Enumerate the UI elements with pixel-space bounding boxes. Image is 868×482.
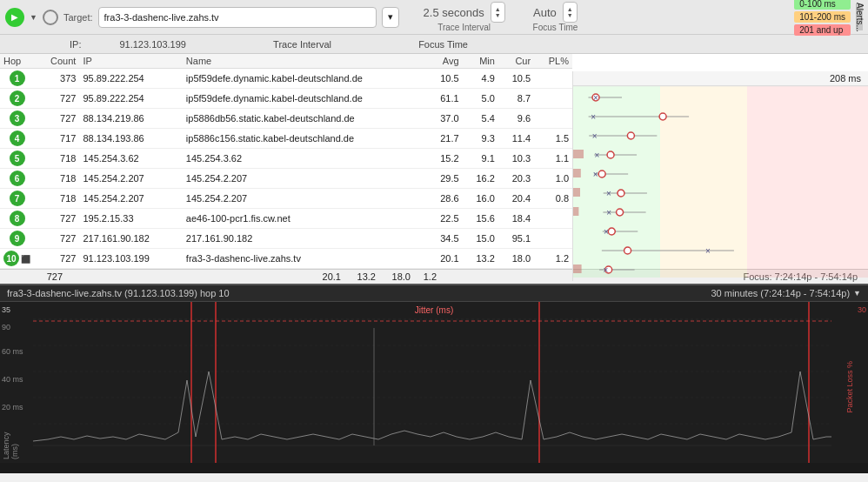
hop-badge: 7 [10, 191, 25, 206]
cell-cur: 20.4 [498, 189, 534, 209]
cell-hop: 10⬛ [0, 249, 34, 269]
y-label-35: 35 [2, 305, 31, 314]
col-pl: PL% [534, 54, 572, 69]
svg-text:×: × [604, 227, 609, 237]
play-dropdown-chevron[interactable]: ▼ [30, 13, 37, 22]
cell-count: 717 [34, 129, 79, 149]
cell-count: 718 [34, 189, 79, 209]
col-count: Count [34, 54, 79, 69]
cell-ip: 95.89.222.254 [79, 89, 182, 109]
y-label-90: 90 [2, 323, 31, 331]
target-value: fra3-3-dashenc-live.zahs.tv [104, 12, 219, 23]
timerange-box[interactable]: 30 minutes (7:24:14p - 7:54:14p) ▼ [711, 288, 861, 298]
hop-badge: 1 [10, 70, 25, 86]
cell-hop: 4 [0, 129, 34, 149]
table-row: 3 727 88.134.219.86 ip5886db56.static.ka… [0, 109, 572, 129]
cell-name: ip5886c156.static.kabel-deutschland.de [183, 129, 427, 149]
trace-interval-value: 2.5 seconds [424, 6, 484, 19]
cell-pl [534, 89, 572, 109]
cell-count: 373 [34, 69, 79, 89]
timerange-value: 30 minutes (7:24:14p - 7:54:14p) [711, 288, 850, 298]
ip-value: 91.123.103.199 [119, 39, 185, 50]
table-row: 6 718 145.254.2.207 145.254.2.207 29.5 1… [0, 169, 572, 189]
bottom-chart-area: Jitter (ms) 35 90 60 ms 40 ms 20 ms Late… [0, 302, 868, 463]
col-name: Name [183, 54, 427, 69]
cell-name: ip5f59defe.dynamic.kabel-deutschland.de [183, 89, 427, 109]
play-button[interactable] [5, 8, 24, 27]
target-input-box[interactable]: fra3-3-dashenc-live.zahs.tv [98, 7, 377, 28]
focus-time-header: Focus Time [418, 39, 468, 50]
svg-point-26 [617, 209, 624, 216]
table-wrapper: Hop Count IP Name Avg Min Cur PL% 1 373 … [0, 54, 572, 269]
cell-hop: 2 [0, 89, 34, 109]
cell-ip: 217.161.90.182 [79, 229, 182, 249]
cell-cur: 9.6 [498, 109, 534, 129]
cell-ip: 145.254.3.62 [79, 149, 182, 169]
cell-avg: 61.1 [426, 89, 462, 109]
hop-badge: 3 [10, 110, 25, 126]
cell-count: 727 [34, 249, 79, 269]
toolbar: ▼ Target: fra3-3-dashenc-live.zahs.tv ▾ … [0, 0, 868, 35]
cell-cur: 11.4 [498, 129, 534, 149]
table-row: 1 373 95.89.222.254 ip5f59defe.dynamic.k… [0, 69, 572, 89]
cell-min: 16.2 [463, 169, 498, 189]
bottom-chart-svg [0, 302, 868, 463]
cell-name: 217.161.90.182 [183, 229, 427, 249]
cell-pl: 1.1 [534, 149, 572, 169]
cell-cur: 18.0 [498, 249, 534, 269]
timerange-dropdown-icon: ▼ [853, 289, 861, 298]
svg-rect-28 [573, 207, 578, 216]
cell-count: 727 [34, 89, 79, 109]
legend: 0-100 ms 101-200 ms 201 and up [794, 0, 851, 36]
svg-text:×: × [606, 208, 611, 218]
ip-label: IP: [70, 39, 81, 50]
cell-count: 727 [34, 209, 79, 229]
cell-min: 9.3 [463, 129, 498, 149]
cell-count: 718 [34, 169, 79, 189]
y-axis-title: Latency (ms) [2, 420, 31, 459]
legend-green: 0-100 ms [794, 0, 851, 10]
cell-cur: 18.4 [498, 209, 534, 229]
trace-interval-spinner[interactable]: ▲ ▼ [491, 2, 505, 23]
cell-ip: 91.123.103.199 [79, 249, 182, 269]
svg-text:×: × [593, 93, 598, 103]
col-hop: Hop [0, 54, 34, 69]
cell-ip: 145.254.2.207 [79, 169, 182, 189]
svg-text:×: × [604, 265, 609, 275]
svg-point-18 [598, 171, 605, 177]
legend-red: 201 and up [794, 24, 851, 36]
cell-cur: 10.5 [498, 69, 534, 89]
bottom-chart-header: fra3-3-dashenc-live.zahs.tv (91.123.103.… [0, 285, 868, 302]
focus-time-spinner[interactable]: ▲ ▼ [563, 2, 578, 23]
hops-table: Hop Count IP Name Avg Min Cur PL% 1 373 … [0, 54, 572, 269]
table-row: 8 727 195.2.15.33 ae46-100-pcr1.fis.cw.n… [0, 209, 572, 229]
cell-avg: 29.5 [426, 169, 462, 189]
svg-rect-16 [573, 150, 584, 158]
bottom-chart-title: fra3-3-dashenc-live.zahs.tv (91.123.103.… [7, 288, 230, 298]
alerts-tab[interactable]: Alerts... [856, 3, 863, 30]
hop-bar-icon: ⬛ [21, 255, 30, 264]
hop-badge: 4 [10, 131, 25, 146]
legend-yellow: 101-200 ms [794, 11, 851, 23]
bottom-section: fra3-3-dashenc-live.zahs.tv (91.123.103.… [0, 284, 868, 473]
table-row: 5 718 145.254.3.62 145.254.3.62 15.2 9.1… [0, 149, 572, 169]
y-label-20ms: 20 ms [2, 403, 31, 412]
hop-badge: 5 [10, 151, 25, 166]
cell-avg: 15.2 [426, 149, 462, 169]
chart-ms-header: 208 ms [572, 71, 868, 86]
focus-time-label: Focus Time [533, 23, 578, 32]
svg-rect-38 [573, 264, 582, 273]
cell-name: ae46-100-pcr1.fis.cw.net [183, 209, 427, 229]
col-cur: Cur [498, 54, 534, 69]
hop-chart-svg: ×××××××××× [572, 86, 868, 281]
cell-hop: 6 [0, 169, 34, 189]
cell-ip: 88.134.219.86 [79, 109, 182, 129]
trace-interval-group: 2.5 seconds ▲ ▼ Trace Interval [424, 2, 505, 32]
svg-text:×: × [591, 112, 596, 122]
hop-chart-container: 208 ms ×××××××××× [572, 71, 868, 284]
cell-name: 145.254.2.207 [183, 189, 427, 209]
cell-count: 727 [34, 229, 79, 249]
svg-point-30 [608, 228, 615, 235]
target-dropdown[interactable]: ▾ [382, 7, 399, 28]
hop-badge: 8 [10, 211, 25, 226]
